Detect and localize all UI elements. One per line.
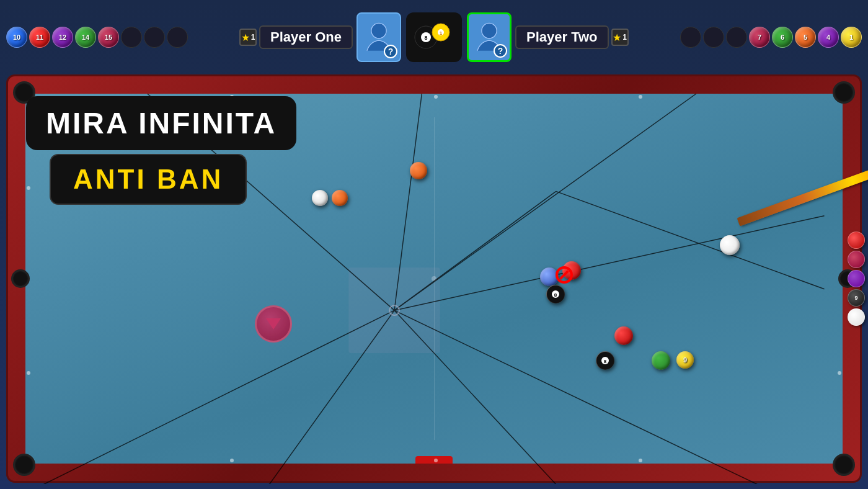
table-ball-white-1 [312, 190, 328, 206]
mira-infinita-text: MIRA INFINITA [46, 107, 277, 140]
ball-7: 7 [749, 27, 770, 48]
svg-line-14 [394, 216, 824, 310]
ball-8b-svg: 8 [596, 351, 614, 370]
player-two-name: Player Two [526, 29, 598, 45]
player-one-name-bar: Player One [259, 25, 353, 49]
rack-ball-black-1: 9 [848, 289, 865, 307]
ball-empty-6 [726, 27, 747, 48]
svg-line-16 [269, 310, 394, 484]
table-ball-9: 9 [676, 351, 694, 369]
svg-text:8: 8 [604, 359, 607, 364]
table-ball-green [652, 351, 670, 370]
cue-indicator [255, 305, 292, 343]
center-game-ball: 8 1 [406, 12, 462, 62]
ball-14: 14 [75, 27, 96, 48]
rack-ball-purple [848, 270, 865, 287]
svg-text:8: 8 [554, 292, 557, 298]
table-ball-red-2 [614, 326, 633, 345]
billiard-balls-icon: 8 1 [412, 19, 456, 56]
svg-line-18 [394, 191, 556, 310]
table-ball-orange [410, 162, 427, 179]
ball-empty-2 [144, 27, 165, 48]
svg-line-12 [394, 94, 422, 310]
ball-empty-1 [121, 27, 142, 48]
player-one-rank-badge: ★ 1 [239, 29, 257, 46]
rack-ball-white [848, 308, 865, 326]
svg-point-20 [389, 305, 399, 315]
player-two-rank-star: ★ [613, 32, 621, 43]
svg-text:1: 1 [440, 30, 443, 36]
player-two-balls: 7 6 5 4 1 [632, 27, 862, 48]
game-container: 10 11 12 14 15 ★ 1 [0, 0, 868, 489]
ball-10: 10 [6, 27, 27, 48]
ball-6: 6 [772, 27, 793, 48]
ball-8-svg: 8 [546, 285, 565, 303]
player-two-question: ? [494, 44, 507, 58]
ball-4: 4 [818, 27, 839, 48]
svg-point-8 [482, 23, 497, 38]
table-ball-8: 8 [546, 285, 565, 303]
ball-5: 5 [795, 27, 816, 48]
player-one-question: ? [384, 45, 397, 58]
pocket-mid-left [11, 269, 30, 288]
player-one-rank-star: ★ [241, 32, 250, 43]
cue-stick [737, 159, 868, 227]
svg-rect-9 [348, 267, 440, 353]
player-two-avatar: ? [467, 12, 512, 62]
anti-ban-text: ANTI BAN [73, 164, 223, 194]
side-ball-rack: 9 [848, 231, 865, 326]
pocket-bottom-right [833, 454, 855, 476]
player-two-section: ? Player Two ★ 1 7 6 5 4 [467, 12, 862, 62]
table-ball-orange-2 [332, 190, 348, 206]
player-two-name-bar: Player Two [515, 25, 609, 49]
svg-point-0 [371, 23, 386, 38]
ball-empty-3 [167, 27, 188, 48]
player-one-section: 10 11 12 14 15 ★ 1 [6, 12, 401, 62]
player-two-rank-number: 1 [622, 33, 627, 42]
svg-text:8: 8 [424, 35, 427, 41]
table-ball-8-2: 8 [596, 351, 614, 370]
center-spot [432, 276, 436, 281]
ball-12: 12 [52, 27, 73, 48]
rack-ball-red [848, 231, 865, 249]
player-one-name: Player One [270, 29, 342, 45]
rack-ball-maroon [848, 251, 865, 268]
mira-infinita-overlay: MIRA INFINITA [26, 96, 296, 150]
ball-empty-5 [703, 27, 724, 48]
anti-ban-overlay: ANTI BAN [50, 154, 247, 205]
player-one-balls: 10 11 12 14 15 [6, 27, 236, 48]
ball-empty-4 [680, 27, 701, 48]
foul-indicator [556, 266, 573, 284]
svg-line-10 [44, 310, 395, 484]
player-one-avatar: ? [356, 12, 401, 62]
ball-11: 11 [29, 27, 50, 48]
hud: 10 11 12 14 15 ★ 1 [0, 0, 868, 74]
pocket-top-right [833, 81, 855, 104]
ball-1: 1 [841, 27, 862, 48]
cue-ball [720, 235, 740, 255]
player-one-rank-number: 1 [251, 33, 255, 42]
pocket-bottom-left [13, 454, 35, 476]
player-two-rank-badge: ★ 1 [611, 29, 629, 46]
ball-15: 15 [98, 27, 119, 48]
